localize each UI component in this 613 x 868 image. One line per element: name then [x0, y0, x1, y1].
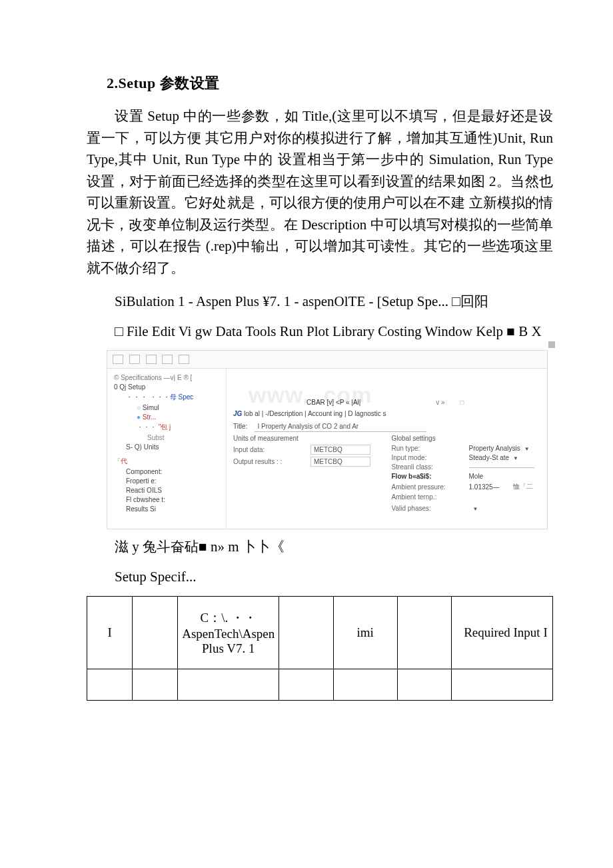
run-type-label: Run type: [392, 445, 465, 452]
cell [178, 669, 279, 700]
run-type-select[interactable]: Property Analysis [469, 445, 530, 452]
tree-component[interactable]: Component: [110, 467, 223, 476]
crumb-right: v » [436, 399, 444, 406]
toolbar-icon [113, 355, 123, 364]
section-heading: 2.Setup 参数设置 [107, 73, 553, 93]
title-label: Title: [233, 423, 247, 430]
output-results-select[interactable]: METCBQ [310, 457, 370, 467]
status-table: I C：\. ・・AspenTech\Aspen Plus V7. 1 imi … [87, 596, 553, 701]
cell-6 [397, 596, 452, 669]
tree-simul-label: Simul [143, 404, 159, 411]
tree-dots-icon: ・・・ [137, 423, 157, 431]
toolbar-icon [129, 355, 140, 364]
breadcrumb: CBAR [v] <P « |Al| v » □ [233, 397, 540, 410]
units-header: Units of measurement [233, 435, 382, 442]
setup-tabs[interactable]: JG lob al | -/Description | Account ing … [233, 410, 540, 417]
ambient-temp-label: Ambient ternp.: [392, 493, 465, 501]
window-title-text: SiBulation 1 - Aspen Plus ¥7. 1 - aspenO… [87, 291, 553, 313]
tree-spec-top: © Specifications —v| E ® [ [110, 373, 223, 382]
aspen-setup-screenshot: © Specifications —v| E ® [ 0 Qj Setup ・・… [107, 350, 548, 529]
flow-basis-value[interactable]: Mole [469, 473, 484, 480]
tree-str-label: Str... [143, 413, 157, 421]
cell [87, 669, 133, 700]
title-row: Title: [233, 421, 540, 432]
tree-dots-icon: ・・・ [126, 393, 148, 401]
tree-subst[interactable]: Subst [110, 433, 223, 442]
stream-class-label: Streanli class: [392, 463, 465, 471]
tree-setup[interactable]: 0 Qj Setup [110, 382, 223, 391]
toolbar-icon [179, 355, 189, 364]
cell [279, 669, 334, 700]
cell [452, 669, 553, 700]
ambient-pressure-value[interactable]: 1.01325— [469, 483, 500, 491]
tree-pack[interactable]: ・・・ "包 j [110, 421, 223, 433]
tree-properties[interactable]: Froperti e: [110, 476, 223, 485]
crumb-center: CBAR [v] <P « |Al| [306, 399, 360, 406]
input-data-select[interactable]: METCBQ [310, 445, 370, 455]
tree-results[interactable]: Results Si [110, 504, 223, 513]
units-panel: Units of measurement Input data: METCBQ … [233, 435, 382, 512]
title-input[interactable] [255, 421, 426, 432]
bullet-icon: ● [137, 413, 141, 421]
cell-3-path: C：\. ・・AspenTech\Aspen Plus V7. 1 [178, 596, 279, 669]
setup-main-panel: www. .com CBAR [v] <P « |Al| v » □ JG lo… [227, 369, 547, 529]
output-results-label: Output results : : [233, 458, 306, 465]
toolbar-icon [162, 355, 173, 364]
stream-class-value[interactable] [469, 466, 534, 468]
menu-bar-text: □ File Edit Vi gw Data Tools Run Plot Li… [87, 321, 553, 343]
global-settings-panel: Global settings Run type: Property Analy… [392, 435, 541, 512]
table-row: I C：\. ・・AspenTech\Aspen Plus V7. 1 imi … [87, 596, 553, 669]
cell-7-required-input: Required Input I [452, 596, 553, 669]
ambient-pressure-unit: 恤「二 [513, 482, 533, 491]
tree-simul[interactable]: ○ Simul [110, 403, 223, 412]
cell-2 [133, 596, 178, 669]
global-settings-header: Global settings [392, 435, 541, 442]
tree-reactions[interactable]: Reacti OILS [110, 485, 223, 495]
tree-misc: 「代 [110, 455, 223, 467]
flow-basis-label: Flow b«a$i$: [392, 473, 465, 480]
tree-spec[interactable]: ・・・ ・・・母 Spec [110, 391, 223, 403]
input-data-label: Input data: [233, 446, 306, 453]
nav-tree[interactable]: © Specifications —v| E ® [ 0 Qj Setup ・・… [107, 369, 227, 529]
cell-4 [279, 596, 334, 669]
cell [397, 669, 452, 700]
ambient-pressure-label: Ambient pressure: [392, 483, 465, 491]
ocr-garbage-line-1: 滋 y 兔斗奋砧■ n» m 卜卜《 [87, 536, 553, 558]
tree-units[interactable]: S- Q) Units [110, 442, 223, 451]
tree-pack-label: "包 j [159, 423, 171, 431]
tree-flowsheet[interactable]: Fl cbwshee t: [110, 495, 223, 504]
cell [333, 669, 397, 700]
cell-5: imi [333, 596, 397, 669]
valid-phases-row[interactable]: Valid phases: [392, 505, 541, 512]
tab-global[interactable]: JG [233, 410, 242, 417]
tree-spec-label: ・・・母 Spec [150, 393, 194, 401]
cell-1: I [87, 596, 133, 669]
tree-str[interactable]: ● Str... [110, 412, 223, 421]
screenshot-toolbar [107, 351, 547, 369]
ocr-line-setup-specif: Setup Specif... [87, 566, 553, 588]
input-mode-label: Input mode: [392, 454, 465, 461]
tab-rest[interactable]: lob al | -/Description | Account ing | D… [242, 410, 386, 417]
toolbar-icon [146, 355, 157, 364]
paragraph-1: 设置 Setup 中的一些参数，如 Title,(这里可以不填写，但是最好还是设… [87, 105, 553, 279]
cell [133, 669, 178, 700]
valid-phases-label: Valid phases: [392, 505, 431, 512]
input-mode-select[interactable]: Steady-St ate [469, 454, 519, 461]
corner-glyph [548, 341, 555, 348]
bullet-icon: ○ [137, 404, 141, 411]
crumb-box-icon: □ [460, 399, 464, 406]
table-row [87, 669, 553, 700]
